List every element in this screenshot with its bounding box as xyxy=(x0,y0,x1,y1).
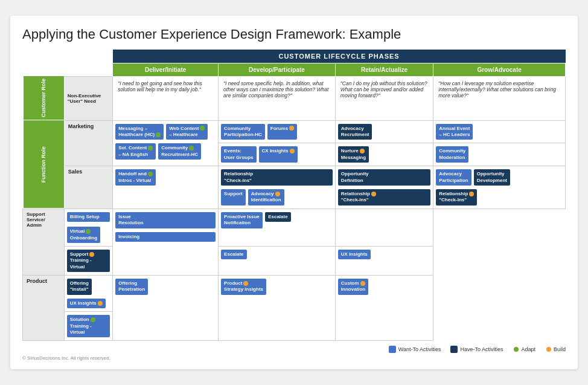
marketing-retain-cell1: AdvocacyRecruitment xyxy=(335,120,433,143)
legend-want-box xyxy=(389,346,396,353)
billing-setup-act: Billing Setup xyxy=(67,212,110,222)
marketing-develop-cell1: CommunityParticipation-HC Forums xyxy=(219,120,336,143)
phase-retain: Retain/Actualize xyxy=(335,63,433,76)
cx-insights-act: CX Insights xyxy=(259,146,298,163)
opp-development-act: OpportunityDevelopment xyxy=(474,169,510,186)
legend-adapt-label: Adapt xyxy=(521,346,535,352)
sales-deliver-cell: Handoff andIntros - Virtual xyxy=(113,166,219,209)
legend: Want-To Activities Have-To Activities Ad… xyxy=(22,346,566,353)
sales-grow-cell1: AdvocacyParticipation OpportunityDevelop… xyxy=(433,166,566,209)
phase-deliver: Deliver/Initiate xyxy=(113,63,219,76)
need-grow: "How can I leverage my solution expertis… xyxy=(433,76,566,120)
product-deliver-cell1: Offering"Install" UX Insights xyxy=(64,276,112,312)
advocacy-participation-act: AdvocacyParticipation xyxy=(436,169,471,186)
annual-event-act: Annual Event– HC Leaders xyxy=(436,124,473,140)
support-grow-cell xyxy=(335,209,433,246)
solution-training-act: SolutionTraining - Virtual xyxy=(67,315,110,337)
virtual-onboarding-act: VirtualOnboarding xyxy=(67,227,100,243)
framework-table: CUSTOMER LIFECYCLE PHASES Deliver/Initia… xyxy=(22,50,566,341)
page-container: Applying the Customer Experience Design … xyxy=(10,16,578,370)
need-deliver: "I need to get going and see how this so… xyxy=(113,76,219,120)
legend-adapt-dot xyxy=(514,347,519,352)
product-develop-cell: OfferingPenetration xyxy=(113,276,219,341)
advocacy-recruitment-act: AdvocacyRecruitment xyxy=(338,124,372,140)
need-develop: "I need some specific help. In addition,… xyxy=(219,76,336,120)
ux-insights-product-act: UX Insights xyxy=(67,299,106,308)
legend-adapt: Adapt xyxy=(513,346,535,352)
support-retain-cell1: Proactive IssueNotification Escalate xyxy=(219,209,336,246)
product-retain-cell: ProductStrategy Insights xyxy=(219,276,336,341)
function-role-label: Function Role xyxy=(23,120,65,209)
marketing-grow-cell2: CommunityModeration xyxy=(433,143,566,166)
support-grow-cell2: UX Insights xyxy=(335,246,433,275)
marketing-deliver-cell: Messaging –Healthcare (HC) Web Content– … xyxy=(113,120,219,166)
relationship-checkins-retain-act: Relationship"Check-Ins" xyxy=(338,189,430,205)
legend-have-label: Have-To Activities xyxy=(460,346,503,352)
product-label: Product xyxy=(23,276,65,341)
support-deliver-cell2: SupportTraining - Virtual xyxy=(64,246,112,275)
relationship-checkins-grow-act: Relationship"Check-Ins" xyxy=(436,189,477,205)
customer-role-label: Customer Role xyxy=(23,76,65,120)
escalate-act2: Escalate xyxy=(221,250,246,259)
escalate-act1: Escalate xyxy=(265,212,290,222)
custom-innovation-act: CustomInnovation xyxy=(338,279,368,295)
product-strategy-act: ProductStrategy Insights xyxy=(221,279,266,295)
phase-grow: Grow/Advocate xyxy=(433,63,566,76)
legend-build-label: Build xyxy=(554,346,566,352)
offering-penetration-act: OfferingPenetration xyxy=(115,279,148,295)
proactive-issue-act: Proactive IssueNotification xyxy=(221,212,263,228)
ux-insights-support-act: UX Insights xyxy=(338,250,371,259)
marketing-retain-cell2: NurtureMessaging xyxy=(335,143,433,166)
copyright: © SiriusDecisions Inc. All rights reserv… xyxy=(22,355,566,361)
marketing-develop-cell2: Events:User Groups CX Insights xyxy=(219,143,336,166)
marketing-label: Marketing xyxy=(64,120,112,166)
messaging-hc-act: Messaging –Healthcare (HC) xyxy=(115,124,164,140)
handoff-intros-act: Handoff andIntros - Virtual xyxy=(115,169,156,186)
support-label: Support Service/ Admin xyxy=(23,209,65,275)
events-user-groups-act: Events:User Groups xyxy=(221,146,256,163)
issue-resolution-act: IssueResolution xyxy=(115,212,216,228)
community-recruitment-hc-act: CommunityRecruitment-HC xyxy=(158,143,201,160)
phase-develop: Develop/Participate xyxy=(219,63,336,76)
lifecycle-header: CUSTOMER LIFECYCLE PHASES xyxy=(113,50,566,63)
support-training-act: SupportTraining - Virtual xyxy=(67,250,110,272)
product-grow-cell: CustomInnovation xyxy=(335,276,433,341)
opp-definition-act: OpportunityDefinition xyxy=(338,169,430,186)
non-executive-label: Non-Executive "User" Need xyxy=(64,76,112,120)
legend-build-dot xyxy=(546,347,551,352)
support-deliver-cell1: Billing Setup VirtualOnboarding xyxy=(64,209,112,246)
relationship-checkins-act: Relationship"Check-Ins" xyxy=(221,169,333,186)
product-deliver-cell2: SolutionTraining - Virtual xyxy=(64,312,112,341)
sol-content-act: Sol. Content– NA English xyxy=(115,143,156,160)
support-act: Support xyxy=(221,189,246,205)
community-moderation-act: CommunityModeration xyxy=(436,146,468,163)
offering-install-act: Offering"Install" xyxy=(67,279,92,295)
sales-develop-cell1: Relationship"Check-Ins" Support Advocacy… xyxy=(219,166,336,209)
sales-label: Sales xyxy=(64,166,112,209)
legend-have-box xyxy=(450,346,458,353)
community-participation-act: CommunityParticipation-HC xyxy=(221,124,265,140)
legend-want-label: Want-To Activities xyxy=(398,346,441,352)
forums-act: Forums xyxy=(267,124,297,140)
sales-retain-cell1: OpportunityDefinition Relationship"Check… xyxy=(335,166,433,209)
legend-have: Have-To Activities xyxy=(450,346,503,353)
nurture-messaging-act: NurtureMessaging xyxy=(338,146,369,163)
support-retain-cell2: Escalate xyxy=(219,246,336,275)
advocacy-identification-act: AdvocacyIdentification xyxy=(248,189,284,205)
invoicing-act: Invoicing xyxy=(115,232,216,242)
legend-want: Want-To Activities xyxy=(389,346,441,353)
legend-build: Build xyxy=(545,346,566,352)
marketing-grow-cell1: Annual Event– HC Leaders xyxy=(433,120,566,143)
support-develop-cell: IssueResolution Invoicing xyxy=(113,209,219,275)
need-retain: "Can I do my job without this solution? … xyxy=(335,76,433,120)
web-content-hc-act: Web Content– Healthcare xyxy=(166,124,208,140)
page-title: Applying the Customer Experience Design … xyxy=(22,27,566,42)
